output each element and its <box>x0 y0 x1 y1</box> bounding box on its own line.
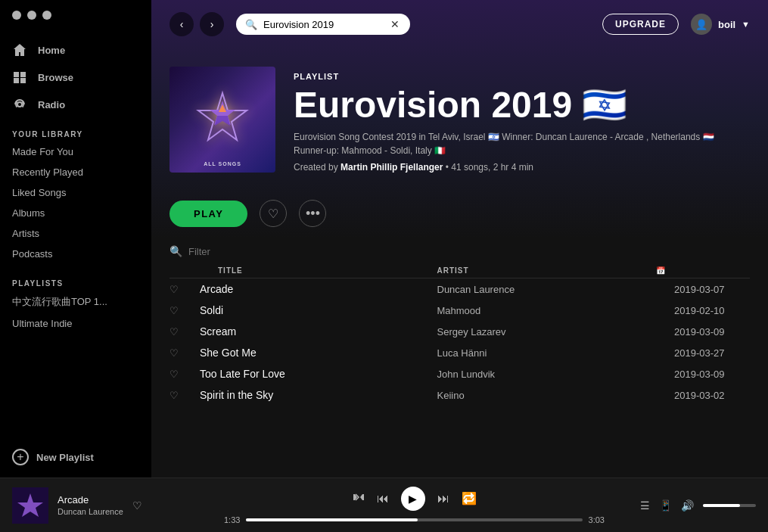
player-album-art <box>12 487 48 524</box>
player-song-info: Arcade Duncan Laurence <box>58 494 123 516</box>
next-button[interactable]: ⏭ <box>437 492 449 506</box>
upgrade-button[interactable]: UPGRADE <box>602 14 679 35</box>
search-input[interactable] <box>263 19 384 30</box>
track-list: ♡ Arcade Duncan Laurence 2019-03-07 ♡ So… <box>151 278 768 406</box>
browse-icon <box>12 70 27 85</box>
track-like-button[interactable]: ♡ <box>169 390 179 401</box>
library-section-title: YOUR LIBRARY <box>0 118 151 142</box>
playlist-description: Eurovision Song Contest 2019 in Tel Aviv… <box>294 130 748 157</box>
track-artist: Keiino <box>437 390 675 401</box>
progress-bar-wrap: 1:33 3:03 <box>224 515 605 524</box>
user-profile[interactable]: 👤 boil ▼ <box>691 14 750 35</box>
track-artist: John Lundvik <box>437 369 675 380</box>
track-like-button[interactable]: ♡ <box>169 284 179 295</box>
back-button[interactable]: ‹ <box>169 12 194 36</box>
topbar: ‹ › 🔍 ✕ UPGRADE 👤 boil ▼ <box>151 0 768 48</box>
track-row[interactable]: ♡ Too Late For Love John Lundvik 2019-03… <box>151 363 768 384</box>
track-title: Spirit in the Sky <box>200 389 437 401</box>
svg-rect-3 <box>20 78 26 83</box>
sidebar-item-albums[interactable]: Albums <box>0 203 151 223</box>
queue-button[interactable]: ☰ <box>640 499 650 512</box>
creator-label: Created by <box>294 162 340 173</box>
playlists-section-title: PLAYLISTS <box>0 264 151 291</box>
track-like-button[interactable]: ♡ <box>169 305 179 316</box>
sidebar-item-liked-songs[interactable]: Liked Songs <box>0 182 151 203</box>
volume-icon[interactable]: 🔊 <box>681 499 694 512</box>
player-cover-icon <box>12 487 48 524</box>
track-date: 2019-03-09 <box>674 326 750 338</box>
track-heart-wrap: ♡ <box>169 284 200 295</box>
track-row[interactable]: ♡ Scream Sergey Lazarev 2019-03-09 <box>151 321 768 342</box>
track-date: 2019-03-02 <box>674 390 750 401</box>
previous-button[interactable]: ⏮ <box>377 492 389 506</box>
sidebar-item-radio[interactable]: Radio <box>0 91 151 118</box>
search-clear-button[interactable]: ✕ <box>390 18 400 30</box>
sidebar-item-artists[interactable]: Artists <box>0 223 151 244</box>
sidebar-item-home[interactable]: Home <box>0 36 151 64</box>
svg-rect-1 <box>20 72 26 77</box>
repeat-button[interactable]: 🔁 <box>462 491 477 506</box>
player-play-pause-button[interactable]: ▶ <box>401 487 425 511</box>
track-title: Scream <box>200 325 437 338</box>
playlist-header: ALL SONGS PLAYLIST Eurovision 2019 🇮🇱 Eu… <box>151 48 768 188</box>
sidebar: Home Browse Radio YOUR LIBRARY Made For … <box>0 0 151 532</box>
track-heart-wrap: ♡ <box>169 369 200 380</box>
chevron-down-icon: ▼ <box>742 20 750 29</box>
creator-name: Martin Phillip Fjellanger <box>340 162 443 173</box>
player-like-button[interactable]: ♡ <box>132 499 142 512</box>
header-artist: ARTIST <box>437 266 657 275</box>
new-playlist-label: New Playlist <box>36 452 94 463</box>
sidebar-label-browse: Browse <box>38 72 73 83</box>
filter-input[interactable] <box>188 246 316 257</box>
window-dot-2 <box>27 11 36 20</box>
sidebar-item-made-for-you[interactable]: Made For You <box>0 142 151 162</box>
svg-point-4 <box>17 102 22 107</box>
cover-label: ALL SONGS <box>204 161 241 166</box>
player-controls: ⏮ ▶ ⏭ 🔁 <box>353 487 477 511</box>
track-like-button[interactable]: ♡ <box>169 369 179 380</box>
sidebar-item-browse[interactable]: Browse <box>0 64 151 91</box>
titlebar <box>0 0 151 30</box>
home-icon <box>12 42 27 58</box>
shuffle-button[interactable] <box>353 491 365 506</box>
playlist-song-count: • 41 songs, 2 hr 4 min <box>443 162 533 173</box>
sidebar-item-podcasts[interactable]: Podcasts <box>0 244 151 264</box>
playlist-title: Eurovision 2019 🇮🇱 <box>294 86 748 126</box>
track-artist: Luca Hänni <box>437 347 675 359</box>
play-button[interactable]: PLAY <box>169 201 247 227</box>
controls-row: PLAY ♡ ••• <box>151 188 768 239</box>
track-date: 2019-02-10 <box>674 305 750 316</box>
track-heart-wrap: ♡ <box>169 390 200 401</box>
playlist-type-label: PLAYLIST <box>294 72 748 81</box>
progress-track[interactable] <box>246 518 582 521</box>
playlist-cover-art: ALL SONGS <box>169 67 275 173</box>
sidebar-item-recently-played[interactable]: Recently Played <box>0 162 151 182</box>
track-row[interactable]: ♡ Arcade Duncan Laurence 2019-03-07 <box>151 278 768 300</box>
track-like-button[interactable]: ♡ <box>169 326 179 338</box>
current-time: 1:33 <box>224 515 240 524</box>
sidebar-item-ultimate-indie[interactable]: Ultimate Indie <box>0 313 151 334</box>
search-box: 🔍 ✕ <box>236 14 410 35</box>
track-row[interactable]: ♡ Soldi Mahmood 2019-02-10 <box>151 300 768 321</box>
devices-button[interactable]: 📱 <box>659 499 672 512</box>
header-date: 📅 <box>656 266 732 275</box>
track-row[interactable]: ♡ She Got Me Luca Hänni 2019-03-27 <box>151 342 768 363</box>
like-button[interactable]: ♡ <box>260 200 287 227</box>
track-list-header: TITLE ARTIST 📅 <box>169 263 750 278</box>
track-heart-wrap: ♡ <box>169 347 200 359</box>
track-like-button[interactable]: ♡ <box>169 347 179 359</box>
track-artist: Sergey Lazarev <box>437 326 675 338</box>
volume-fill <box>703 504 740 507</box>
more-options-button[interactable]: ••• <box>299 200 326 227</box>
player-bar: Arcade Duncan Laurence ♡ ⏮ ▶ ⏭ 🔁 1:33 3:… <box>0 478 768 532</box>
track-row[interactable]: ♡ Spirit in the Sky Keiino 2019-03-02 <box>151 384 768 406</box>
track-title: Too Late For Love <box>200 368 437 380</box>
sidebar-label-radio: Radio <box>38 99 65 110</box>
new-playlist-button[interactable]: + New Playlist <box>0 443 106 471</box>
forward-button[interactable]: › <box>200 12 224 36</box>
playlist-meta: Created by Martin Phillip Fjellanger • 4… <box>294 162 748 173</box>
radio-icon <box>12 97 27 112</box>
sidebar-item-chinese-top[interactable]: 中文流行歌曲TOP 1... <box>0 291 151 313</box>
window-dot-1 <box>12 11 21 20</box>
volume-track[interactable] <box>703 504 756 507</box>
